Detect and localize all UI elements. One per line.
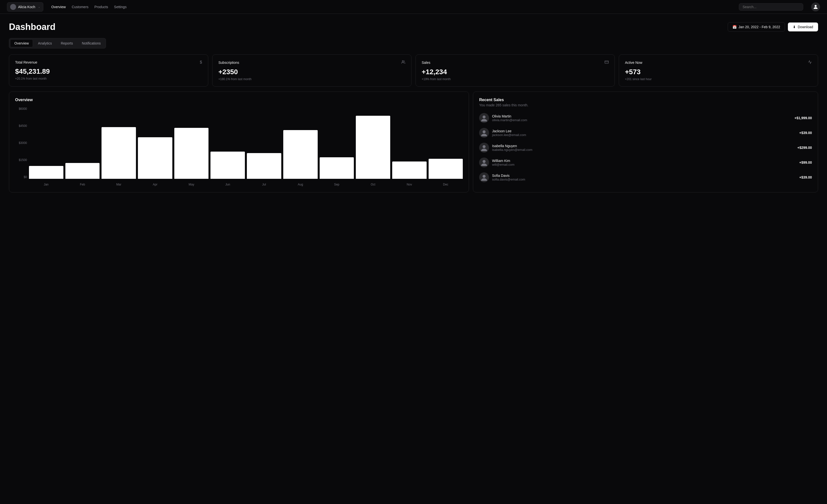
stat-card-header-2: Subscriptions (218, 60, 405, 65)
svg-point-0 (815, 5, 817, 7)
activity-icon (808, 60, 812, 65)
chart-bar (210, 152, 245, 179)
chart-x-label: May (174, 183, 209, 186)
credit-card-icon (605, 60, 609, 65)
chart-bar (283, 130, 318, 179)
main-content: Dashboard 📅 Jan 20, 2022 - Feb 9, 2022 ⬇… (0, 14, 827, 200)
header-row: Dashboard 📅 Jan 20, 2022 - Feb 9, 2022 ⬇… (9, 22, 818, 32)
stat-card-revenue: Total Revenue $ $45,231.89 +20.1% from l… (9, 54, 208, 87)
chart-x-label: Jun (210, 183, 245, 186)
sale-item: Sofia Davissofia.davis@email.com+$39.00 (479, 172, 812, 182)
user-avatar[interactable] (811, 2, 820, 11)
sale-name: Isabella Nguyen (492, 144, 794, 148)
download-button[interactable]: ⬇ Download (788, 22, 818, 32)
bottom-grid: Overview $6000 $4500 $3000 $1500 $0 JanF… (9, 92, 818, 192)
sale-item: Olivia Martinolivia.martin@email.com+$1,… (479, 113, 812, 123)
nav-link-products[interactable]: Products (94, 5, 108, 9)
sales-subtitle: You made 265 sales this month. (479, 103, 812, 107)
sale-amount: +$39.00 (799, 131, 812, 135)
nav-link-settings[interactable]: Settings (114, 5, 127, 9)
nav-links: Overview Customers Products Settings (51, 5, 731, 9)
chart-x-label: Feb (65, 183, 100, 186)
sale-avatar (479, 143, 489, 153)
stat-card-active: Active Now +573 +201 since last hour (619, 54, 818, 87)
search-input[interactable] (739, 3, 803, 11)
nav-link-overview[interactable]: Overview (51, 5, 65, 9)
chart-bar-group (210, 107, 245, 179)
sale-email: sofia.davis@email.com (492, 178, 796, 181)
sale-item: Isabella Nguyenisabella.nguyen@email.com… (479, 143, 812, 153)
sale-email: will@email.com (492, 163, 796, 166)
chart-y-labels: $6000 $4500 $3000 $1500 $0 (15, 107, 27, 179)
svg-point-5 (483, 115, 486, 118)
navbar: Alicia Koch ⌄ Overview Customers Product… (0, 0, 827, 14)
sale-item: Jackson Leejackson.lee@email.com+$39.00 (479, 128, 812, 138)
chart-bar (429, 159, 463, 179)
date-range-button[interactable]: 📅 Jan 20, 2022 - Feb 9, 2022 (728, 22, 785, 32)
stat-value-subscriptions: +2350 (218, 68, 405, 76)
sale-amount: +$1,999.00 (794, 116, 812, 120)
stat-card-header-4: Active Now (625, 60, 812, 65)
stat-card-header-3: Sales (422, 60, 609, 65)
stat-value-revenue: $45,231.89 (15, 67, 202, 75)
chart-bar-group (429, 107, 463, 179)
stat-change-revenue: +20.1% from last month (15, 77, 202, 80)
y-label-6000: $6000 (15, 107, 27, 111)
svg-point-1 (402, 61, 403, 62)
y-label-4500: $4500 (15, 124, 27, 128)
chart-x-label: Nov (392, 183, 427, 186)
stat-card-sales: Sales +12,234 +19% from last month (416, 54, 615, 87)
chart-bar-group (29, 107, 63, 179)
header-actions: 📅 Jan 20, 2022 - Feb 9, 2022 ⬇ Download (728, 22, 818, 32)
y-label-0: $0 (15, 175, 27, 179)
tab-overview[interactable]: Overview (10, 39, 33, 47)
tab-notifications[interactable]: Notifications (78, 39, 104, 47)
chart-x-label: Apr (138, 183, 172, 186)
stat-card-header: Total Revenue $ (15, 60, 202, 64)
chart-area: $6000 $4500 $3000 $1500 $0 JanFebMarAprM… (15, 107, 463, 186)
chart-bar-group (392, 107, 427, 179)
stat-label-sales: Sales (422, 61, 430, 64)
chevron-down-icon: ⌄ (38, 5, 40, 8)
chart-bar (392, 162, 427, 179)
date-range-label: Jan 20, 2022 - Feb 9, 2022 (739, 25, 780, 29)
sale-name: Sofia Davis (492, 174, 796, 178)
chart-x-label: Dec (429, 183, 463, 186)
chart-bar (29, 166, 63, 179)
chart-x-labels: JanFebMarAprMayJunJulAugSepOctNovDec (29, 183, 463, 186)
page-title: Dashboard (9, 22, 55, 32)
chart-x-label: Jan (29, 183, 63, 186)
chart-bar (174, 128, 209, 179)
stat-label-subscriptions: Subscriptions (218, 61, 239, 64)
sale-name: Olivia Martin (492, 114, 791, 118)
sale-info: Sofia Davissofia.davis@email.com (492, 174, 796, 181)
chart-bar (247, 153, 281, 179)
stat-label-revenue: Total Revenue (15, 60, 37, 64)
sales-list: Olivia Martinolivia.martin@email.com+$1,… (479, 113, 812, 182)
tab-analytics[interactable]: Analytics (34, 39, 56, 47)
sale-item: William Kimwill@email.com+$99.00 (479, 158, 812, 167)
sale-name: William Kim (492, 159, 796, 163)
chart-x-label: Mar (101, 183, 136, 186)
nav-link-customers[interactable]: Customers (72, 5, 89, 9)
chart-bar-group (283, 107, 318, 179)
chart-bar-group (138, 107, 172, 179)
chart-bar-group (101, 107, 136, 179)
y-label-1500: $1500 (15, 158, 27, 162)
chart-bar-group (65, 107, 100, 179)
sale-info: William Kimwill@email.com (492, 159, 796, 166)
stat-value-active: +573 (625, 68, 812, 76)
sale-info: Isabella Nguyenisabella.nguyen@email.com (492, 144, 794, 152)
brand-selector[interactable]: Alicia Koch ⌄ (7, 2, 43, 12)
svg-point-7 (483, 130, 486, 133)
brand-avatar (10, 4, 16, 10)
sale-avatar (479, 158, 489, 167)
users-icon (401, 60, 405, 65)
stat-label-active: Active Now (625, 61, 642, 64)
chart-bar-group (356, 107, 390, 179)
download-icon: ⬇ (793, 25, 796, 29)
tab-reports[interactable]: Reports (57, 39, 77, 47)
chart-card: Overview $6000 $4500 $3000 $1500 $0 JanF… (9, 92, 469, 192)
chart-bar (356, 116, 390, 179)
sale-amount: +$39.00 (799, 175, 812, 179)
